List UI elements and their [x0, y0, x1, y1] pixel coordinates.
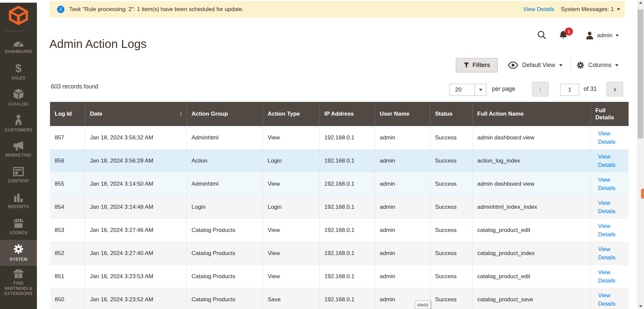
- view-details-link[interactable]: View Details: [598, 291, 620, 308]
- cell-full-action-name: catalog_product_edit: [472, 265, 590, 288]
- column-header-action-type[interactable]: Action Type: [263, 102, 319, 126]
- cell-log-id: 855: [50, 173, 85, 195]
- cell-user-name: admin: [375, 242, 430, 265]
- table-row: 857 Jan 18, 2024 3:56:32 AM Adminhtml Vi…: [50, 126, 629, 149]
- sort-ascending-icon[interactable]: ↑: [179, 110, 183, 118]
- cell-user-name: admin: [375, 173, 430, 195]
- cell-ip-address: 192.168.0.1: [319, 196, 375, 219]
- action-logs-grid: Log Id Date ↑ Action Group Action Type I…: [50, 102, 629, 309]
- cell-log-id: 852: [50, 242, 85, 265]
- cell-log-id: 856: [50, 149, 85, 172]
- columns-label: Columns: [588, 62, 611, 69]
- cell-action-group: Catalog Products: [186, 242, 263, 265]
- cell-action-type: Login: [263, 149, 319, 172]
- toolbar-divider: [571, 58, 571, 72]
- system-message-text: Task "Rule processing: 2": 1 item(s) hav…: [69, 6, 244, 13]
- system-messages-dropdown[interactable]: System Messages: 1: [561, 6, 620, 13]
- view-details-link-top[interactable]: View Details: [523, 6, 554, 13]
- sidebar-item-label: STORES: [10, 231, 28, 236]
- cell-log-id: 850: [50, 288, 85, 309]
- table-row: 856 Jan 18, 2024 3:56:28 AM Action Login…: [50, 149, 629, 172]
- scrollbar-up-arrow-icon[interactable]: [637, 0, 644, 5]
- dashboard-icon: [12, 38, 24, 47]
- per-page-select[interactable]: 20: [449, 84, 486, 96]
- chevron-down-icon: [615, 64, 619, 66]
- cell-action-type: View: [263, 173, 319, 195]
- sidebar-item-content[interactable]: CONTENT: [0, 163, 37, 188]
- grid-header-row: Log Id Date ↑ Action Group Action Type I…: [50, 102, 629, 126]
- cell-ip-address: 192.168.0.1: [319, 126, 375, 149]
- funnel-icon: [464, 62, 469, 68]
- previous-page-button[interactable]: ‹: [532, 82, 549, 97]
- cell-status: Success: [430, 173, 472, 195]
- sidebar-item-customers[interactable]: CUSTOMERS: [0, 111, 37, 137]
- meld-tooltip-text: Meld: [417, 302, 428, 308]
- customers-icon: [14, 115, 23, 125]
- cell-status: Success: [430, 219, 472, 242]
- view-details-link[interactable]: View Details: [598, 268, 620, 285]
- cell-date: Jan 16, 2024 3:27:40 AM: [85, 242, 186, 265]
- cell-status: Success: [430, 242, 472, 265]
- catalog-icon: [13, 89, 24, 100]
- cell-action-group: Login: [186, 196, 263, 219]
- view-details-link[interactable]: View Details: [598, 152, 620, 170]
- cell-ip-address: 192.168.0.1: [319, 149, 375, 172]
- table-row: 853 Jan 16, 2024 3:27:46 AM Catalog Prod…: [50, 219, 629, 242]
- view-details-link[interactable]: View Details: [598, 222, 620, 239]
- cell-ip-address: 192.168.0.1: [319, 288, 375, 309]
- search-icon[interactable]: [537, 30, 547, 41]
- cell-ip-address: 192.168.0.1: [319, 173, 375, 195]
- sidebar-item-reports[interactable]: REPORTS: [0, 188, 37, 214]
- sidebar-item-dashboard[interactable]: DASHBOARD: [0, 34, 37, 59]
- columns-dropdown[interactable]: Columns: [576, 58, 619, 72]
- admin-account-menu[interactable]: admin: [585, 31, 619, 40]
- reports-icon: [13, 193, 24, 202]
- cell-ip-address: 192.168.0.1: [319, 265, 375, 288]
- column-header-action-group[interactable]: Action Group: [186, 102, 263, 126]
- filters-button[interactable]: Filters: [456, 58, 498, 72]
- cell-user-name: admin: [375, 196, 430, 219]
- select-arrow: [475, 84, 486, 96]
- marketing-icon: [13, 141, 24, 150]
- column-header-ip-address[interactable]: IP Address: [319, 102, 375, 126]
- column-header-full-details[interactable]: Full Details: [590, 102, 629, 126]
- column-header-full-action-name[interactable]: Full Action Name: [472, 102, 590, 126]
- column-header-user-name[interactable]: User Name: [375, 102, 430, 126]
- records-found-text: 603 records found: [51, 83, 98, 90]
- default-view-dropdown[interactable]: Default View: [508, 58, 562, 72]
- view-details-link[interactable]: View Details: [598, 199, 620, 216]
- sidebar-item-system[interactable]: SYSTEM: [0, 240, 37, 266]
- table-row: 850 Jan 16, 2024 3:23:52 AM Catalog Prod…: [50, 288, 629, 309]
- user-icon: [585, 31, 594, 40]
- sidebar-item-stores[interactable]: STORES: [0, 214, 37, 240]
- next-page-button[interactable]: ›: [606, 82, 623, 97]
- cell-action-group: Adminhtml: [186, 173, 263, 195]
- sidebar-item-catalog[interactable]: CATALOG: [0, 85, 37, 111]
- view-details-link[interactable]: View Details: [598, 129, 620, 146]
- scrollbar-down-arrow-icon[interactable]: [637, 304, 644, 309]
- notification-count-badge: 1: [565, 27, 573, 36]
- sidebar-item-find-partners[interactable]: FIND PARTNERS & EXTENSIONS: [0, 266, 37, 299]
- cell-action-type: Save: [263, 288, 319, 309]
- cell-date: Jan 18, 2024 3:14:50 AM: [85, 173, 186, 195]
- scrollbar-thumb[interactable]: [638, 9, 643, 138]
- notifications-bell-icon[interactable]: 1: [559, 30, 568, 41]
- per-page-value: 20: [450, 84, 475, 96]
- sidebar-item-label: FIND PARTNERS & EXTENSIONS: [3, 281, 34, 297]
- magento-logo-icon[interactable]: [8, 6, 29, 26]
- sidebar-item-marketing[interactable]: MARKETING: [0, 137, 37, 163]
- cell-action-group: Catalog Products: [186, 288, 263, 309]
- cell-user-name: admin: [375, 149, 430, 172]
- table-row: 852 Jan 16, 2024 3:27:40 AM Catalog Prod…: [50, 242, 629, 265]
- vertical-scrollbar[interactable]: [637, 0, 644, 309]
- chevron-down-icon: [615, 35, 619, 37]
- view-details-link[interactable]: View Details: [598, 245, 620, 262]
- cell-date: Jan 18, 2024 3:56:32 AM: [85, 126, 186, 149]
- view-details-link[interactable]: View Details: [598, 176, 620, 193]
- current-page-input[interactable]: [560, 84, 579, 96]
- column-header-status[interactable]: Status: [430, 102, 472, 126]
- column-header-log-id[interactable]: Log Id: [50, 102, 85, 126]
- column-header-date[interactable]: Date ↑: [85, 102, 186, 126]
- sidebar-item-sales[interactable]: $ SALES: [0, 59, 37, 85]
- system-messages-label: System Messages: 1: [561, 6, 614, 13]
